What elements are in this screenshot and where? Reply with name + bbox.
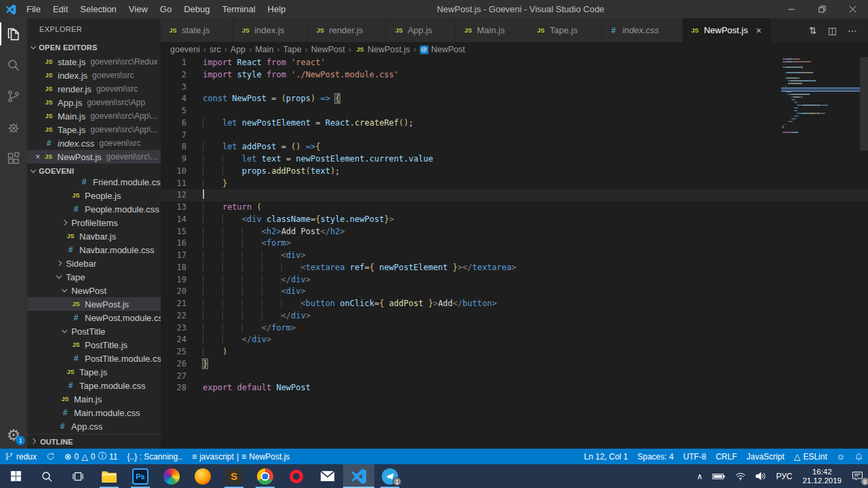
menu-go[interactable]: Go bbox=[154, 0, 178, 18]
activity-source-control[interactable] bbox=[0, 81, 27, 112]
open-editor-item[interactable]: ×JSNewPost.jsgoeveni\src\A... bbox=[27, 150, 161, 164]
tree-item[interactable]: #Main.module.css bbox=[27, 406, 161, 419]
code-line[interactable]: 15 <h2>Add Post</h2> bbox=[161, 226, 868, 238]
problems-status[interactable]: ⊗0 △0 ⓘ11 bbox=[60, 449, 122, 464]
code-line[interactable]: 7 bbox=[161, 130, 868, 142]
editor-scrollbar[interactable] bbox=[860, 57, 868, 151]
tree-item[interactable]: #Tape.module.css bbox=[27, 379, 161, 392]
eol-status[interactable]: CRLF bbox=[711, 449, 741, 464]
code-line[interactable]: 11 } bbox=[161, 178, 868, 190]
wifi-icon[interactable] bbox=[730, 464, 751, 488]
code-line[interactable]: 5 bbox=[161, 105, 868, 117]
code-line[interactable]: 9 let text = newPostElement.current.valu… bbox=[161, 153, 868, 166]
code-line[interactable]: 4const NewPost = (props) => { bbox=[161, 93, 868, 105]
vscode-taskbar-icon[interactable] bbox=[343, 464, 374, 488]
menu-selection[interactable]: Selection bbox=[74, 0, 122, 18]
activity-debug[interactable] bbox=[0, 112, 27, 143]
open-editor-item[interactable]: ×JSrender.jsgoeveni\src bbox=[27, 82, 161, 96]
tab-tape-js[interactable]: JSTape.js× bbox=[528, 18, 601, 42]
code-line[interactable]: 16 <form> bbox=[161, 238, 868, 250]
restore-icon[interactable] bbox=[807, 0, 837, 18]
open-editor-item[interactable]: ×JSindex.jsgoeveni\src bbox=[27, 69, 161, 82]
tree-item[interactable]: JSPeople.js bbox=[27, 189, 161, 202]
activity-explorer[interactable] bbox=[0, 18, 27, 50]
tree-item[interactable]: #People.module.css bbox=[27, 202, 161, 216]
tree-item[interactable]: JSPostTitle.js bbox=[27, 338, 161, 352]
breadcrumb-item[interactable]: Main bbox=[255, 45, 273, 54]
minimap[interactable] bbox=[783, 58, 859, 134]
code-line[interactable]: 28export default NewPost bbox=[161, 382, 868, 394]
code-line[interactable]: 12 bbox=[161, 189, 868, 202]
breadcrumb-item[interactable]: @NewPost bbox=[420, 45, 465, 54]
opera-taskbar-icon[interactable] bbox=[281, 464, 312, 488]
breadcrumb-item[interactable]: Tape bbox=[283, 45, 302, 54]
tab-render-js[interactable]: JSrender.js× bbox=[308, 18, 387, 42]
start-taskbar-icon[interactable] bbox=[0, 464, 31, 488]
feedback-smiley-icon[interactable]: ☺ bbox=[832, 449, 850, 464]
code-line[interactable]: 6 let newPostElement = React.createRef()… bbox=[161, 117, 868, 130]
breadcrumb-item[interactable]: NewPost bbox=[311, 45, 345, 54]
open-editor-item[interactable]: ×JSMain.jsgoeveni\src\App\... bbox=[27, 109, 161, 123]
tree-item[interactable]: NewPost bbox=[27, 284, 161, 297]
language-status[interactable]: ≡javascript | ≡NewPost.js bbox=[187, 449, 294, 464]
tab-index-js[interactable]: JSindex.js× bbox=[233, 18, 308, 42]
tab-main-js[interactable]: JSMain.js× bbox=[456, 18, 528, 42]
tab-newpost-js[interactable]: JSNewPost.js× bbox=[683, 18, 772, 42]
battery-icon[interactable] bbox=[707, 464, 730, 488]
breadcrumb-item[interactable]: src bbox=[210, 45, 221, 54]
code-line[interactable]: 2import style from './NewPost.module.css… bbox=[161, 69, 868, 81]
close-icon[interactable]: × bbox=[33, 152, 43, 162]
code-line[interactable]: 22 </div> bbox=[161, 310, 868, 322]
tree-item[interactable]: PostTitle bbox=[27, 324, 161, 338]
chrome-taskbar-icon[interactable] bbox=[250, 464, 281, 488]
telegram-taskbar-icon[interactable]: 1 bbox=[374, 464, 406, 488]
tree-item[interactable]: #Navbar.module.css bbox=[27, 243, 161, 257]
menu-view[interactable]: View bbox=[123, 0, 154, 18]
tree-item[interactable]: #App.css bbox=[27, 419, 161, 433]
code-line[interactable]: 8 let addPost = () =>{ bbox=[161, 141, 868, 153]
tab-app-js[interactable]: JSApp.js× bbox=[387, 18, 456, 42]
tree-item[interactable]: JSNewPost.js bbox=[27, 297, 161, 311]
code-editor[interactable]: 1import React from 'react'2import style … bbox=[161, 57, 868, 449]
action-center-icon[interactable]: 9 bbox=[847, 464, 868, 488]
tree-item[interactable]: Sidebar bbox=[27, 257, 161, 270]
tray-clock[interactable]: 16:42 21.12.2019 bbox=[797, 468, 847, 485]
tree-item[interactable]: #PostTitle.module.css bbox=[27, 352, 161, 365]
tree-item[interactable]: #Friend.module.css bbox=[27, 175, 161, 189]
scanning-status[interactable]: {..} : Scanning.. bbox=[122, 449, 186, 464]
code-line[interactable]: 20 <div> bbox=[161, 286, 868, 298]
encoding-status[interactable]: UTF-8 bbox=[678, 449, 711, 464]
mail-taskbar-icon[interactable] bbox=[312, 464, 343, 488]
color-sphere-taskbar-icon[interactable] bbox=[156, 464, 187, 488]
volume-icon[interactable] bbox=[751, 464, 771, 488]
minimize-icon[interactable] bbox=[776, 0, 807, 18]
breadcrumb-item[interactable]: goeveni bbox=[170, 45, 200, 54]
settings-gear-icon[interactable]: ⚙ 1 bbox=[7, 428, 21, 443]
code-line[interactable]: 27 bbox=[161, 371, 868, 383]
tree-item[interactable]: JSNavbar.js bbox=[27, 229, 161, 243]
code-line[interactable]: 23 </form> bbox=[161, 322, 868, 335]
git-branch-status[interactable]: redux bbox=[0, 449, 41, 464]
code-line[interactable]: 24 </div> bbox=[161, 334, 868, 346]
cursor-position[interactable]: Ln 12, Col 1 bbox=[579, 449, 633, 464]
code-line[interactable]: 3 bbox=[161, 81, 868, 94]
open-editors-header[interactable]: OPEN EDITORS bbox=[27, 40, 161, 55]
code-line[interactable]: 21 <button onClick={ addPost }>Add</butt… bbox=[161, 298, 868, 310]
tree-item[interactable]: JSTape.js bbox=[27, 365, 161, 379]
breadcrumb-item[interactable]: App bbox=[231, 45, 245, 54]
photoshop-taskbar-icon[interactable]: Ps bbox=[125, 464, 156, 488]
file-explorer-taskbar-icon[interactable] bbox=[94, 464, 125, 488]
tab-index-css[interactable]: #index.css× bbox=[601, 18, 683, 42]
tree-item[interactable]: JSMain.js bbox=[27, 392, 161, 406]
open-editor-item[interactable]: ×#index.cssgoeveni\src bbox=[27, 136, 161, 150]
menu-file[interactable]: File bbox=[20, 0, 47, 18]
code-line[interactable]: 14 <div className={style.newPost}> bbox=[161, 214, 868, 226]
open-editor-item[interactable]: ×JSTape.jsgoeveni\src\App\... bbox=[27, 123, 161, 136]
code-line[interactable]: 25 ) bbox=[161, 346, 868, 358]
tree-item[interactable]: #NewPost.module.css bbox=[27, 311, 161, 324]
close-icon[interactable]: × bbox=[753, 25, 764, 36]
code-line[interactable]: 1import React from 'react' bbox=[161, 57, 868, 69]
menu-edit[interactable]: Edit bbox=[47, 0, 74, 18]
sublime-text-taskbar-icon[interactable]: S bbox=[218, 464, 250, 488]
menu-help[interactable]: Help bbox=[262, 0, 292, 18]
